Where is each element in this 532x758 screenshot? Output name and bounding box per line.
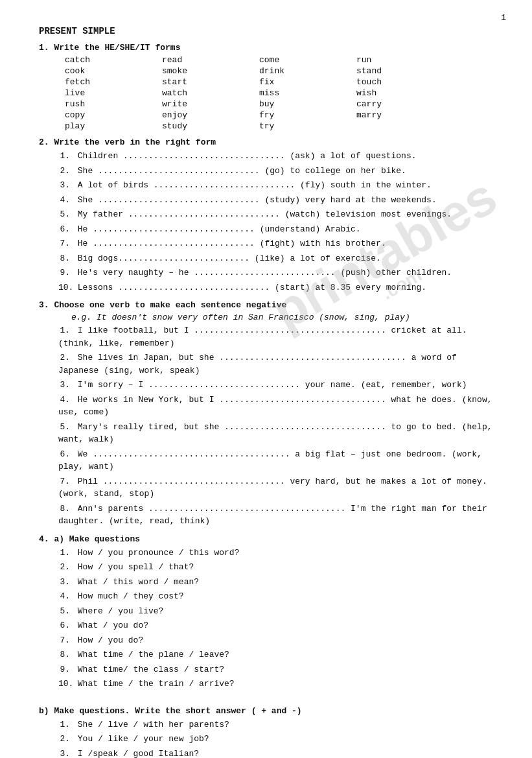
list-item: 5. My father ...........................… xyxy=(58,208,493,221)
section2-heading: 2. Write the verb in the right form xyxy=(39,137,493,147)
item-number: 10. xyxy=(58,281,70,294)
list-item: 7. How / you do? xyxy=(58,634,493,647)
verb-item: come xyxy=(259,55,356,65)
verb-item: watch xyxy=(162,88,259,98)
section4b-heading: b) Make questions. Write the short answe… xyxy=(39,706,493,716)
list-item: 8. Big dogs.......................... (l… xyxy=(58,252,493,265)
verb-item: fry xyxy=(259,110,356,120)
item-number: 6. xyxy=(58,619,70,632)
verb-item: smoke xyxy=(162,66,259,76)
item-number: 9. xyxy=(58,266,70,279)
list-item: 4. He works in New York, but I .........… xyxy=(58,394,493,419)
item-number: 6. xyxy=(58,223,70,236)
verb-item: try xyxy=(259,121,356,131)
item-number: 1. xyxy=(58,324,70,337)
item-number: 5. xyxy=(58,208,70,221)
list-item: 1. She / live / with her parents? xyxy=(58,718,493,731)
page-title: PRESENT SIMPLE xyxy=(39,26,493,36)
item-number: 4. xyxy=(58,394,70,407)
item-number: 2. xyxy=(58,561,70,574)
list-item: 7. Phil ................................… xyxy=(58,475,493,501)
item-number: 2. xyxy=(58,165,70,178)
verb-item: fetch xyxy=(65,77,162,87)
list-item: 10. What time / the train / arrive? xyxy=(58,678,493,691)
section1-heading: 1. Write the HE/SHE/IT forms xyxy=(39,43,493,53)
verb-item: miss xyxy=(259,88,356,98)
verb-item: marry xyxy=(356,110,454,120)
list-item: 2. She lives in Japan, but she .........… xyxy=(58,351,493,377)
item-number: 4. xyxy=(58,590,70,603)
verb-item: study xyxy=(162,121,259,131)
section3-heading: 3. Choose one verb to make each sentence… xyxy=(39,300,493,310)
list-item: 2. You / like / your new job? xyxy=(58,733,493,746)
item-number: 3. xyxy=(58,179,70,192)
verb-item: write xyxy=(162,99,259,109)
list-item: 3. I /speak / good Italian? xyxy=(58,748,493,759)
item-number: 1. xyxy=(58,150,70,163)
verb-item: play xyxy=(65,121,162,131)
list-item: 1. Children ............................… xyxy=(58,150,493,163)
section3-list: 1. I like football, but I ..............… xyxy=(58,324,493,528)
verb-item: enjoy xyxy=(162,110,259,120)
verb-item: fix xyxy=(259,77,356,87)
item-number: 8. xyxy=(58,648,70,661)
section4a-heading: 4. a) Make questions xyxy=(39,534,493,544)
list-item: 2. How / you spell / that? xyxy=(58,561,493,574)
item-number: 2. xyxy=(58,351,70,364)
list-item: 6. He ................................ (… xyxy=(58,223,493,236)
verb-item: read xyxy=(162,55,259,65)
section4b-list: 1. She / live / with her parents?2. You … xyxy=(58,718,493,759)
item-number: 7. xyxy=(58,237,70,250)
verb-item: live xyxy=(65,88,162,98)
verb-item: stand xyxy=(356,66,454,76)
list-item: 3. What / this word / mean? xyxy=(58,576,493,589)
verb-grid: catchreadcomeruncooksmokedrinkstandfetch… xyxy=(65,55,493,131)
list-item: 1. How / you pronounce / this word? xyxy=(58,547,493,560)
item-number: 3. xyxy=(58,576,70,589)
list-item: 4. How much / they cost? xyxy=(58,590,493,603)
item-number: 3. xyxy=(58,748,70,759)
item-number: 1. xyxy=(58,718,70,731)
list-item: 9. What time/ the class / start? xyxy=(58,663,493,676)
item-number: 7. xyxy=(58,634,70,647)
item-number: 2. xyxy=(58,733,70,746)
list-item: 7. He ................................ (… xyxy=(58,237,493,250)
item-number: 7. xyxy=(58,475,70,488)
verb-item: touch xyxy=(356,77,454,87)
list-item: 5. Mary's really tired, but she ........… xyxy=(58,421,493,446)
verb-item: copy xyxy=(65,110,162,120)
item-number: 10. xyxy=(58,678,70,691)
list-item: 5. Where / you live? xyxy=(58,605,493,618)
list-item: 2. She ................................ … xyxy=(58,165,493,178)
list-item: 8. What time / the plane / leave? xyxy=(58,648,493,661)
item-number: 5. xyxy=(58,605,70,618)
item-number: 3. xyxy=(58,379,70,392)
list-item: 8. Ann's parents .......................… xyxy=(58,503,493,528)
list-item: 6. What / you do? xyxy=(58,619,493,632)
list-item: 10. Lessons ............................… xyxy=(58,281,493,294)
item-number: 8. xyxy=(58,503,70,515)
section4a-list: 1. How / you pronounce / this word?2. Ho… xyxy=(58,547,493,691)
page-number: 1 xyxy=(501,13,506,23)
item-number: 5. xyxy=(58,421,70,434)
verb-item: cook xyxy=(65,66,162,76)
verb-item: drink xyxy=(259,66,356,76)
list-item: 6. We ..................................… xyxy=(58,448,493,473)
verb-item: carry xyxy=(356,99,454,109)
list-item: 4. She ................................ … xyxy=(58,194,493,207)
list-item: 9. He's very naughty – he ..............… xyxy=(58,266,493,279)
item-number: 9. xyxy=(58,663,70,676)
verb-item: catch xyxy=(65,55,162,65)
item-number: 4. xyxy=(58,194,70,207)
list-item: 1. I like football, but I ..............… xyxy=(58,324,493,349)
verb-item xyxy=(356,121,454,131)
verb-item: rush xyxy=(65,99,162,109)
item-number: 6. xyxy=(58,448,70,461)
item-number: 1. xyxy=(58,547,70,560)
item-number: 8. xyxy=(58,252,70,265)
section3-eg: e.g. It doesn't snow very often in San F… xyxy=(71,313,493,322)
list-item: 3. I'm sorry – I .......................… xyxy=(58,379,493,392)
section2-list: 1. Children ............................… xyxy=(58,150,493,294)
verb-item: run xyxy=(356,55,454,65)
verb-item: start xyxy=(162,77,259,87)
